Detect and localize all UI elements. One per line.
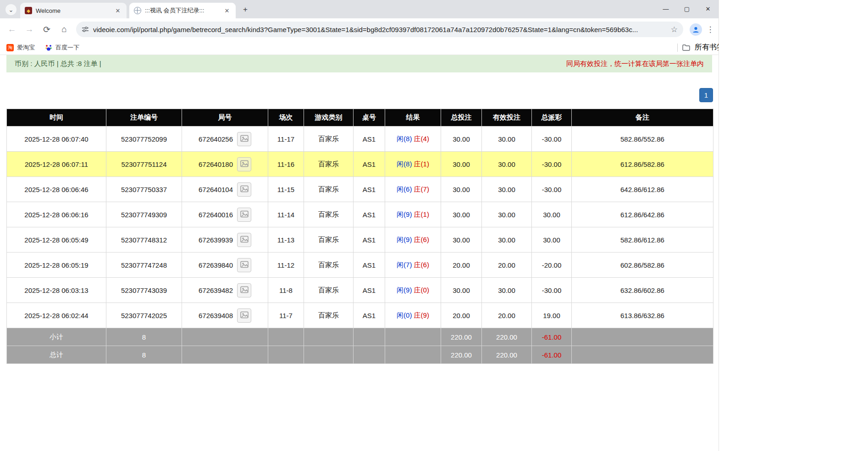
table-id-cell: AS1 bbox=[354, 177, 385, 202]
round-preview-icon bbox=[240, 160, 249, 169]
bookmark-aitaobao[interactable]: 淘 爱淘宝 bbox=[6, 44, 35, 52]
bookmark-label: 爱淘宝 bbox=[17, 44, 35, 52]
round-preview-icon bbox=[240, 135, 249, 143]
tab-close-icon[interactable]: ✕ bbox=[114, 6, 122, 15]
profile-avatar[interactable] bbox=[690, 23, 702, 36]
round-preview-button[interactable] bbox=[237, 258, 251, 272]
bet-id-cell: 523077748312 bbox=[106, 227, 182, 253]
round-preview-button[interactable] bbox=[237, 182, 251, 197]
site-settings-tune-icon[interactable] bbox=[82, 26, 89, 33]
page-1-button[interactable]: 1 bbox=[699, 88, 713, 102]
round-id-cell: 672639939 bbox=[182, 227, 268, 253]
valid-bet-cell: 30.00 bbox=[482, 126, 532, 152]
valid-bet-cell: 30.00 bbox=[482, 278, 532, 303]
round-wrap: 672640256 bbox=[182, 132, 268, 146]
bookmark-star-icon[interactable]: ☆ bbox=[671, 25, 678, 34]
result-player: 闲(9) bbox=[397, 210, 412, 218]
footer-empty-cell bbox=[354, 328, 385, 346]
round-preview-icon bbox=[240, 210, 249, 219]
table-body: 2025-12-28 06:07:40523077752099672640256… bbox=[7, 126, 713, 364]
minimize-button[interactable]: — bbox=[655, 0, 676, 17]
tab-welcome[interactable]: ◆ Welcome ✕ bbox=[20, 3, 127, 18]
game-type-cell: 百家乐 bbox=[304, 177, 354, 202]
reload-icon[interactable]: ⟳ bbox=[39, 21, 55, 38]
result-banker: 庄(0) bbox=[414, 286, 429, 294]
round-preview-button[interactable] bbox=[237, 208, 251, 222]
pagination: 1 bbox=[6, 88, 713, 102]
round-id-text: 672639408 bbox=[199, 312, 233, 319]
round-id-text: 672639482 bbox=[199, 286, 233, 294]
tab-strip: ⌄ ◆ Welcome ✕ :::视讯 会员下注纪录::: ✕ + — ▢ ✕ bbox=[0, 0, 719, 18]
table-id-cell: AS1 bbox=[354, 227, 385, 253]
note-cell: 612.86/642.86 bbox=[572, 202, 713, 227]
tab-title: :::视讯 会员下注纪录::: bbox=[145, 6, 219, 15]
total-bet-cell[interactable]: 30.00 bbox=[441, 126, 482, 152]
bet-record-page: 币别 : 人民币 | 总共 :8 注单 | 同局有效投注，统一计算在该局第一张注… bbox=[0, 55, 719, 364]
home-icon[interactable]: ⌂ bbox=[56, 21, 72, 38]
all-bookmarks-label: 所有书签 bbox=[695, 43, 719, 52]
close-button[interactable]: ✕ bbox=[697, 0, 719, 17]
maximize-button[interactable]: ▢ bbox=[676, 0, 697, 17]
round-wrap: 672639840 bbox=[182, 258, 268, 272]
bet-record-row: 2025-12-28 06:03:13523077743039672639482… bbox=[7, 278, 713, 303]
bookmark-baidu[interactable]: 百度一下 bbox=[45, 44, 79, 52]
all-bookmarks-group[interactable]: 所有书签 bbox=[677, 43, 719, 52]
column-header: 局号 bbox=[182, 109, 268, 126]
tab-close-icon[interactable]: ✕ bbox=[223, 6, 231, 15]
footer-count-cell: 8 bbox=[106, 328, 182, 346]
total-bet-cell[interactable]: 20.00 bbox=[441, 253, 482, 278]
total-bet-cell[interactable]: 30.00 bbox=[441, 202, 482, 227]
new-tab-button[interactable]: + bbox=[239, 4, 251, 16]
globe-favicon-icon bbox=[134, 7, 141, 14]
session-cell: 11-17 bbox=[268, 126, 304, 152]
column-header: 总投注 bbox=[441, 109, 482, 126]
round-id-text: 672640016 bbox=[199, 211, 233, 219]
navigation-bar: ← → ⟳ ⌂ videoie.com/ipl/portal.php/game/… bbox=[0, 18, 719, 40]
round-preview-button[interactable] bbox=[237, 308, 251, 323]
session-cell: 11-15 bbox=[268, 177, 304, 202]
footer-empty-cell bbox=[572, 346, 713, 364]
column-header: 备注 bbox=[572, 109, 713, 126]
game-type-cell: 百家乐 bbox=[304, 152, 354, 177]
footer-count-cell: 8 bbox=[106, 346, 182, 364]
total-bet-cell[interactable]: 30.00 bbox=[441, 177, 482, 202]
bookmark-label: 百度一下 bbox=[55, 44, 79, 52]
result-cell: 闲(9) 庄(1) bbox=[385, 202, 441, 227]
column-header: 总派彩 bbox=[532, 109, 572, 126]
valid-bet-cell: 20.00 bbox=[482, 303, 532, 328]
round-preview-icon bbox=[240, 261, 249, 270]
footer-label-cell: 小计 bbox=[7, 328, 106, 346]
round-preview-button[interactable] bbox=[237, 157, 251, 171]
round-preview-button[interactable] bbox=[237, 132, 251, 146]
total-bet-cell[interactable]: 20.00 bbox=[441, 303, 482, 328]
game-type-cell: 百家乐 bbox=[304, 227, 354, 253]
window-controls: — ▢ ✕ bbox=[655, 0, 719, 17]
result-cell: 闲(0) 庄(9) bbox=[385, 303, 441, 328]
result-banker: 庄(6) bbox=[414, 236, 429, 243]
total-bet-cell[interactable]: 30.00 bbox=[441, 227, 482, 253]
footer-payout-cell: -61.00 bbox=[532, 346, 572, 364]
valid-bet-cell: 30.00 bbox=[482, 227, 532, 253]
tab-search-chevron-icon[interactable]: ⌄ bbox=[6, 4, 17, 15]
forward-icon[interactable]: → bbox=[21, 21, 38, 38]
footer-empty-cell bbox=[304, 346, 354, 364]
total-bet-cell[interactable]: 30.00 bbox=[441, 152, 482, 177]
bet-time-cell: 2025-12-28 06:06:46 bbox=[7, 177, 106, 202]
round-id-text: 672639840 bbox=[199, 261, 233, 269]
bet-id-cell: 523077750337 bbox=[106, 177, 182, 202]
footer-empty-cell bbox=[354, 346, 385, 364]
round-preview-button[interactable] bbox=[237, 233, 251, 247]
baidu-paw-icon bbox=[45, 44, 52, 51]
valid-bet-cell: 30.00 bbox=[482, 177, 532, 202]
url-text[interactable]: videoie.com/ipl/portal.php/game/betrecor… bbox=[93, 26, 667, 33]
back-icon[interactable]: ← bbox=[4, 21, 20, 38]
address-bar[interactable]: videoie.com/ipl/portal.php/game/betrecor… bbox=[76, 22, 683, 37]
summary-info-bar: 币别 : 人民币 | 总共 :8 注单 | 同局有效投注，统一计算在该局第一张注… bbox=[6, 55, 712, 72]
round-wrap: 672640104 bbox=[182, 182, 268, 197]
bet-record-row: 2025-12-28 06:07:11523077751124672640180… bbox=[7, 152, 713, 177]
browser-menu-icon[interactable]: ⋮ bbox=[706, 25, 715, 34]
tab-bet-record[interactable]: :::视讯 会员下注纪录::: ✕ bbox=[129, 3, 236, 18]
note-cell: 582.86/552.86 bbox=[572, 126, 713, 152]
round-preview-button[interactable] bbox=[237, 283, 251, 297]
total-bet-cell[interactable]: 30.00 bbox=[441, 278, 482, 303]
